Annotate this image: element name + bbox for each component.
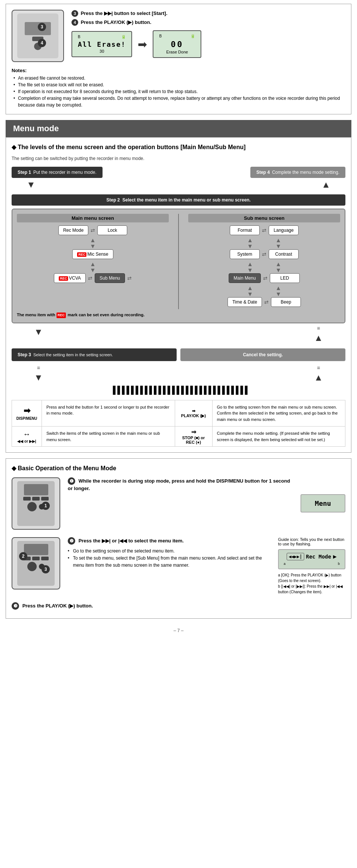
op-content-1: ❶ While the recorder is during stop mode… — [68, 477, 293, 495]
menu-divider — [178, 214, 179, 309]
step3-box: Step 3 Select the setting item in the se… — [12, 348, 177, 361]
op-device-inner-2: 2 3 — [17, 541, 55, 586]
device-image: 3 4 — [12, 10, 64, 62]
sub-row-3: Main Menu ⇄ LED — [188, 273, 340, 283]
step1-text: Put the recorder in menu mode. — [33, 170, 97, 175]
lcd1-top-left: B — [78, 35, 80, 39]
notes-title: Notes: — [12, 68, 345, 73]
display-row: B 🔋 All Erase! 30 ➡ B 🔋 00 Erase Done — [71, 30, 345, 58]
sub-vert-arrows-2: ▲ ▼ ▲ ▼ — [188, 261, 340, 273]
format-btn: Format — [230, 225, 260, 235]
right-arrow-icon: ➡ — [138, 38, 147, 51]
basic-op-title: ◆ Basic Operation of the Menu Mode — [12, 464, 345, 473]
step2-num: ❷ — [68, 537, 75, 545]
contrast-btn: Contrast — [269, 249, 299, 259]
flow-arrows-row: ▼ ▲ — [12, 178, 345, 191]
beep-btn: Beep — [271, 297, 301, 307]
disp-label: DISP/MENU — [16, 416, 37, 421]
step3-instruction: 3 Press the ▶▶| button to select [Start]… — [71, 10, 345, 17]
menu-grid: Main menu screen Rec Mode ⇄ Lock ▲ ▼ R — [12, 209, 345, 323]
step1-label: Step 1 — [18, 170, 31, 175]
op-step1-text: ❶ While the recorder is during stop mode… — [68, 477, 293, 492]
sub-row-2: System ⇄ Contrast — [188, 249, 340, 259]
up-arrow-bottom: ▲ — [314, 372, 323, 383]
note-item: Completion of erasing may take several s… — [13, 95, 345, 108]
step1-box: Step 1 Put the recorder in menu mode. — [12, 167, 103, 178]
bottom-flow-arrows: ≡ ▼ ≡ ▲ — [12, 365, 345, 384]
rec-badge-2: REC — [59, 276, 68, 281]
dash-row-1: ▐▐▐▐▐▐▐▐▐▐▐▐▐▐▐▐▐▐▐▐▐▐▐▐▐▐▐▐▐▐ — [12, 386, 345, 394]
legend-icon-stop: ⇒ STOP (■) orREC (●) — [175, 427, 213, 446]
note-item: An erased file cannot be restored. — [13, 75, 345, 81]
section1-title: ◆ The levels of the menu screen and the … — [12, 143, 345, 151]
led-btn: LED — [270, 273, 300, 283]
menu-arrow-icon: ⇄ — [91, 227, 95, 233]
lcd-top-2: B 🔋 — [159, 34, 195, 38]
op-btn-round-2 — [27, 562, 37, 571]
b-label: b — [338, 562, 340, 566]
guide-display-box: ◀◀▶▶| Rec Mode ▶ a b — [278, 549, 345, 569]
multi-right-arrows-icon: ⇒ — [191, 428, 196, 435]
op-btn-2b — [32, 557, 40, 560]
sub-arrow-3: ⇄ — [263, 275, 268, 281]
note-item: If operation is not executed for 8 secon… — [13, 88, 345, 95]
rec-badge-note: REC — [57, 313, 66, 318]
step3-label: Step 3 — [18, 352, 31, 357]
sub-vert-left: ▲ ▼ — [247, 237, 253, 249]
main-menu-sub-btn: Main Menu — [229, 273, 260, 283]
dbl-line-up: ≡ — [317, 325, 320, 331]
step2-label: Step 2 — [106, 197, 120, 203]
rec-mode-text: Rec Mode — [306, 554, 331, 560]
vert-arrows-row2: ▲ ▼ — [17, 261, 169, 273]
main-menu-title: Main menu screen — [17, 214, 169, 222]
sub-vert-left-3: ▲ ▼ — [247, 285, 253, 297]
sub-menu-col: Sub menu screen Format ⇄ Language ▲ ▼ ▲ … — [188, 214, 340, 309]
op-step-1: 1 ❶ While the recorder is during stop mo… — [12, 477, 345, 530]
step-circle-3b: 3 — [42, 565, 50, 573]
system-btn: System — [230, 249, 260, 259]
sub-row-4: Time & Date ⇄ Beep — [188, 297, 340, 307]
legend-icon-disp: ➡ DISP/MENU — [12, 400, 42, 427]
step3-row: Step 3 Select the setting item in the se… — [12, 348, 345, 361]
step3-text: Select the setting item in the setting s… — [33, 353, 113, 357]
sub-labels-a: a [OK]: Press the PLAY/OK (▶) button (Go… — [278, 572, 345, 595]
horiz-label: ◀◀ or ▶▶| — [17, 439, 36, 443]
menu-arrow-icon-2: ⇄ — [88, 275, 92, 281]
guide-right-col: Guide icon: Tells you the next button to… — [278, 537, 345, 595]
menu-row-3: RECVCVA ⇄ Sub Menu ⇄ — [17, 273, 169, 283]
step2-text: Select the menu item in the main menu or… — [122, 197, 251, 203]
time-date-btn: Time & Date — [228, 297, 262, 307]
lcd1-top-right: 🔋 — [121, 35, 126, 39]
device-body: 3 4 — [17, 13, 58, 58]
step3-circle: 3 — [71, 10, 78, 17]
down-arrow-step3: ▼ — [34, 327, 43, 343]
lock-btn: Lock — [97, 225, 127, 235]
mic-sense-btn: RECMic Sense — [72, 249, 113, 259]
sub-vert-arrows-1: ▲ ▼ ▲ ▼ — [188, 237, 340, 249]
legend-desc-horiz: Switch the items of the setting screen i… — [42, 427, 175, 446]
step-circle-2: 2 — [19, 552, 27, 560]
menu-display: Menu — [300, 494, 345, 513]
dbl-line-down: ≡ — [37, 365, 40, 371]
stop-rec-icons: ⇒ — [191, 428, 196, 435]
vcva-btn: RECVCVA — [54, 273, 86, 283]
legend-icon-horiz: ↔ ◀◀ or ▶▶| — [12, 427, 42, 446]
playok-arrow-icon: ➡ — [192, 409, 195, 413]
sub-row-1: Format ⇄ Language — [188, 225, 340, 235]
op-btn-2c — [41, 557, 49, 560]
note-item: The file set to erase lock will not be e… — [13, 81, 345, 88]
sub-arrow-4: ⇄ — [264, 299, 269, 305]
lcd2-top-left: B — [159, 34, 162, 38]
sub-menu-title: Sub menu screen — [188, 214, 340, 222]
rec-mode-arrow: ▶ — [333, 553, 337, 560]
step3-flow-arrows: ▼ ≡ ▲ — [12, 325, 345, 345]
sub-vert-right-2: ▲ ▼ — [275, 261, 281, 273]
bottom-up-arrows: ≡ ▲ — [314, 365, 323, 384]
a-label: a — [284, 562, 286, 566]
legend-desc-stop: Complete the menu mode setting. (If pres… — [213, 427, 345, 446]
button-legend: ➡ DISP/MENU Press and hold the button fo… — [12, 400, 345, 447]
vert-arrows-left: ▲ ▼ — [90, 237, 96, 249]
lcd-box-2: B 🔋 00 Erase Done — [153, 30, 201, 58]
legend-row-2: ↔ ◀◀ or ▶▶| Switch the items of the sett… — [12, 427, 345, 446]
basic-op-box: ◆ Basic Operation of the Menu Mode 1 ❶ — [6, 458, 351, 618]
